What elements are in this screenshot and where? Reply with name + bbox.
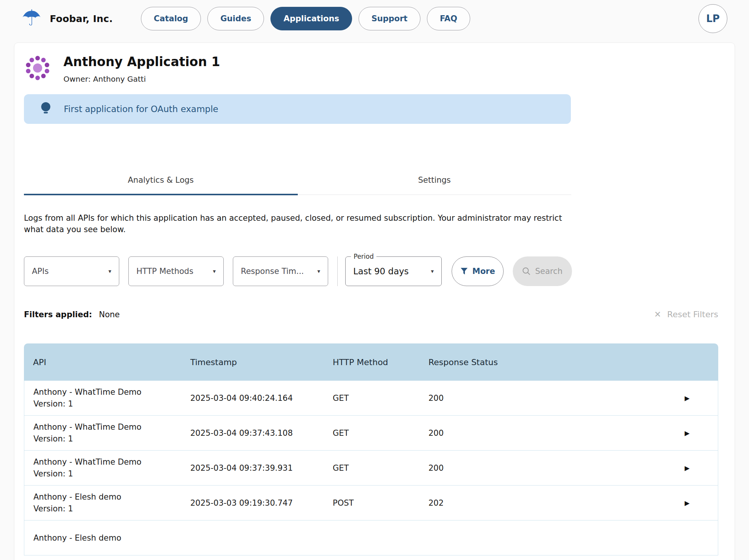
column-header-expand [656,343,718,381]
log-status-cell: 202 [428,486,656,520]
nav-faq[interactable]: FAQ [427,7,470,30]
log-timestamp-cell: 2025-03-04 09:40:24.164 [190,381,333,416]
log-api-cell: Anthony - WhatTime DemoVersion: 1 [24,451,190,486]
log-status-cell [428,520,656,555]
period-value: Last 90 days [353,266,409,276]
umbrella-logo-icon: ☂ [22,7,41,29]
log-expand-cell: ▶ [656,416,718,451]
tab-settings[interactable]: Settings [298,170,572,195]
more-button-label: More [472,267,495,276]
log-expand-cell: ▶ [656,486,718,520]
tab-bar: Analytics & LogsSettings [24,170,571,195]
expand-row-icon[interactable]: ▶ [656,464,718,472]
application-identicon [24,54,51,81]
log-api-cell: Anthony - Elesh demo [24,520,190,555]
expand-row-icon[interactable]: ▶ [656,394,718,402]
filters-divider [337,256,338,286]
expand-row-icon[interactable]: ▶ [656,429,718,437]
logs-table-header: APITimestampHTTP MethodResponse Status [24,343,718,381]
column-header-http-method: HTTP Method [333,343,428,381]
chevron-down-icon: ▾ [317,268,320,275]
search-button-label: Search [535,267,563,276]
response-time-filter-select[interactable]: Response Tim... ▾ [233,256,328,286]
application-card: Anthony Application 1 Owner: Anthony Gat… [14,43,735,560]
search-button[interactable]: Search [513,256,572,286]
main-nav: CatalogGuidesApplicationsSupportFAQ [141,7,470,30]
application-owner: Owner: Anthony Gatti [63,74,220,84]
filters-applied-label: Filters applied: [24,310,92,319]
log-timestamp-cell: 2025-03-04 09:37:43.108 [190,416,333,451]
reset-filters-label: Reset Filters [667,310,718,319]
period-select[interactable]: Period Last 90 days ▾ [345,256,442,286]
log-status-cell: 200 [428,416,656,451]
log-timestamp-cell: 2025-03-03 09:19:30.747 [190,486,333,520]
application-titles: Anthony Application 1 Owner: Anthony Gat… [63,54,220,84]
log-expand-cell: ▶ [656,381,718,416]
log-timestamp-cell: 2025-03-04 09:37:39.931 [190,451,333,486]
column-header-api: API [24,343,190,381]
reset-filters-button[interactable]: ✕ Reset Filters [654,310,718,319]
log-method-cell: GET [333,451,428,486]
http-methods-filter-label: HTTP Methods [136,267,193,276]
log-status-cell: 200 [428,451,656,486]
brand: ☂ Foobar, Inc. [22,8,113,30]
log-method-cell: GET [333,416,428,451]
log-row[interactable]: Anthony - WhatTime DemoVersion: 12025-03… [24,451,718,486]
logs-description: Logs from all APIs for which this applic… [24,212,572,236]
lightbulb-icon [41,102,51,116]
chevron-down-icon: ▾ [213,268,216,275]
log-method-cell: POST [333,486,428,520]
log-row[interactable]: Anthony - WhatTime DemoVersion: 12025-03… [24,416,718,451]
nav-support[interactable]: Support [359,7,420,30]
column-header-response-status: Response Status [428,343,656,381]
expand-row-icon[interactable]: ▶ [656,499,718,507]
search-icon [522,267,531,275]
log-status-cell: 200 [428,381,656,416]
close-icon: ✕ [654,310,661,319]
log-method-cell [333,520,428,555]
nav-guides[interactable]: Guides [207,7,264,30]
log-api-cell: Anthony - Elesh demoVersion: 1 [24,486,190,520]
application-header: Anthony Application 1 Owner: Anthony Gat… [24,54,725,84]
apis-filter-label: APIs [32,267,49,276]
log-row[interactable]: Anthony - Elesh demoVersion: 12025-03-03… [24,486,718,520]
chevron-down-icon: ▾ [108,268,111,275]
description-banner: First application for OAuth example [24,94,571,124]
top-nav-bar: ☂ Foobar, Inc. CatalogGuidesApplications… [0,0,749,37]
chevron-down-icon: ▾ [431,268,434,275]
filters-applied-value: None [99,310,120,319]
funnel-icon [460,267,468,275]
log-expand-cell [656,520,718,555]
column-header-timestamp: Timestamp [190,343,333,381]
filters-toolbar: APIs ▾ HTTP Methods ▾ Response Tim... ▾ … [24,256,725,286]
more-filters-button[interactable]: More [452,256,504,286]
brand-name: Foobar, Inc. [50,13,113,24]
nav-applications[interactable]: Applications [270,7,352,30]
tab-analytics-logs[interactable]: Analytics & Logs [24,170,298,195]
log-timestamp-cell [190,520,333,555]
log-api-cell: Anthony - WhatTime DemoVersion: 1 [24,416,190,451]
log-method-cell: GET [333,381,428,416]
log-api-cell: Anthony - WhatTime DemoVersion: 1 [24,381,190,416]
response-time-filter-label: Response Tim... [241,267,304,276]
user-avatar[interactable]: LP [698,4,727,33]
applied-filters-row: Filters applied: None ✕ Reset Filters [24,310,718,319]
banner-text: First application for OAuth example [64,104,218,114]
logs-table: APITimestampHTTP MethodResponse Status A… [24,343,718,555]
nav-catalog[interactable]: Catalog [141,7,201,30]
log-row[interactable]: Anthony - Elesh demo [24,520,718,555]
log-row[interactable]: Anthony - WhatTime DemoVersion: 12025-03… [24,381,718,416]
http-methods-filter-select[interactable]: HTTP Methods ▾ [128,256,224,286]
page-title: Anthony Application 1 [63,54,220,69]
period-label: Period [351,253,376,260]
log-expand-cell: ▶ [656,451,718,486]
apis-filter-select[interactable]: APIs ▾ [24,256,119,286]
